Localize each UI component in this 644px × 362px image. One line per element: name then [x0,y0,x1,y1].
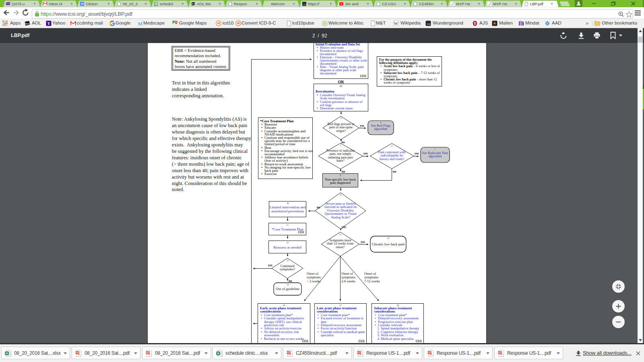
svg-text:Clinton: Clinton [86,2,98,6]
svg-text:W: W [394,21,398,26]
svg-text:×: × [330,2,332,6]
svg-text:LBP.pdf: LBP.pdf [530,2,543,6]
svg-text:w: w [303,3,305,5]
svg-text:×: × [293,2,295,6]
svg-text:Jim and: Jim and [345,2,358,6]
svg-text:CZ-USA: CZ-USA [382,2,396,6]
svg-text:×: × [404,2,406,6]
svg-text:Welcom: Welcom [271,2,285,6]
svg-text:Inbox (4: Inbox (4 [49,2,62,6]
svg-text:PDF: PDF [146,352,150,354]
svg-text:×: × [256,2,258,6]
svg-text:×: × [182,2,184,6]
svg-text:PDF: PDF [428,352,431,354]
svg-text:Aol.: Aol. [25,23,30,25]
svg-text:×: × [478,2,480,6]
svg-text:25: 25 [80,2,84,5]
svg-text:CZ455In: CZ455In [419,2,433,6]
svg-text:PDF: PDF [76,352,79,354]
svg-text:AOL Ma: AOL Ma [197,2,211,6]
svg-text:Aol: Aol [192,3,194,5]
svg-text:Respon: Respon [234,2,247,6]
svg-text:×: × [367,2,369,6]
svg-text:×: × [551,2,553,6]
svg-text:(1076 u: (1076 u [12,2,25,6]
svg-text:PDF: PDF [357,352,361,354]
svg-text:×: × [515,2,517,6]
svg-text:https://: https:// [308,2,320,6]
svg-text:MVP He: MVP He [456,2,470,6]
svg-text:PDF: PDF [287,352,291,354]
svg-text:schedul: schedul [160,2,173,6]
svg-text:×: × [219,2,221,6]
svg-text:×: × [441,2,443,6]
svg-text:Y: Y [47,21,50,26]
svg-text:×: × [107,2,110,6]
svg-text:×: × [144,2,147,6]
svg-text:w: w [426,22,429,26]
svg-text:MVP He: MVP He [493,2,507,6]
svg-text:PDF: PDF [498,352,502,354]
svg-text:×: × [70,2,73,6]
svg-text:×: × [33,2,36,6]
svg-text:M: M [138,21,142,27]
svg-text:08_20_2: 08_20_2 [123,2,138,6]
